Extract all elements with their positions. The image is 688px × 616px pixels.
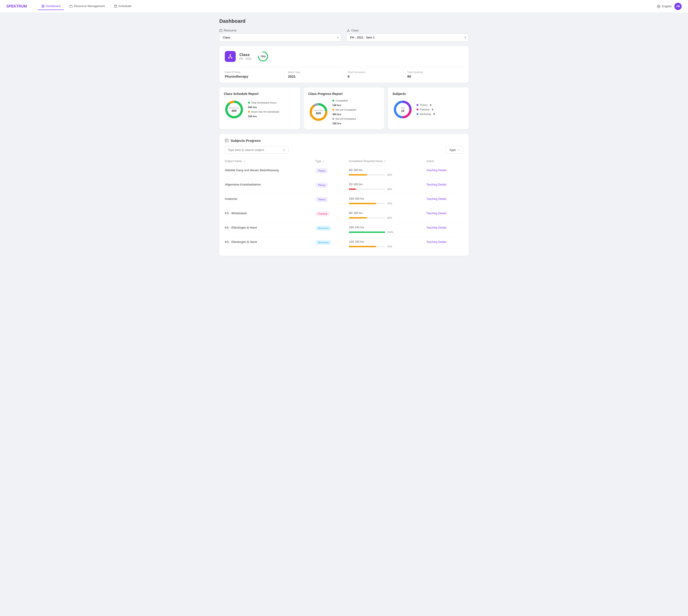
search-input[interactable] <box>228 148 281 152</box>
legend-hrs-val-not-scheduled: 100 hrs <box>248 115 257 118</box>
class-select[interactable]: PH - 2021 - Sem 1 PH - 2021 - Sem 2 <box>347 34 469 41</box>
table-row: Anatomie Theory 150/ 200 hrs 75% Teachin… <box>225 194 463 208</box>
cell-subject-name: KS - Wirbelsäule <box>225 208 313 223</box>
type-badge: Workshop <box>315 226 331 230</box>
legend-practical: Practical 4 <box>417 108 435 111</box>
class-title: Class <box>239 52 252 57</box>
language-selector[interactable]: English <box>657 4 672 8</box>
class-card: Class PH - 2021 75% Field Of Study Physi… <box>219 46 469 83</box>
type-filter-button[interactable]: Type <box>446 146 463 154</box>
legend-hrs-not-scheduled: 100 hrs <box>248 115 279 118</box>
cell-action: Teaching Details <box>423 180 463 194</box>
page-title: Dashboard <box>219 18 469 24</box>
cell-hours: 80/ 160 hrs 50% <box>346 208 423 223</box>
class-select-wrapper: PH - 2021 - Sem 1 PH - 2021 - Sem 2 ▾ <box>347 34 469 41</box>
cell-hours: 80/ 160 hrs 50% <box>346 165 423 180</box>
nav-links: Dashboard Resource Management Scheduler <box>38 2 657 10</box>
legend-dot-completed <box>332 100 334 102</box>
stat-batch-year: Batch Year 2021 <box>284 71 344 78</box>
schedule-donut-hours: 600 <box>232 109 237 112</box>
dashboard-icon <box>41 4 45 8</box>
svg-line-35 <box>284 151 285 151</box>
teaching-details-link[interactable]: Teaching Details <box>426 183 446 186</box>
subjects-progress-header: Subjects Progress <box>225 138 463 142</box>
resource-filter-group: Resource Class Teacher Room ▾ <box>219 29 341 41</box>
progress-bar <box>349 203 385 204</box>
teaching-details-link[interactable]: Teaching Details <box>426 169 446 172</box>
svg-point-34 <box>283 149 285 151</box>
search-box <box>225 146 289 154</box>
cell-action: Teaching Details <box>423 223 463 237</box>
resource-filter-icon <box>219 29 223 32</box>
nav-right: English JW <box>657 3 682 10</box>
progress-container: 20/ 160 hrs 20% <box>349 183 421 191</box>
schedule-donut-title: Total Hours <box>229 107 239 109</box>
language-icon <box>657 4 661 8</box>
nav-dashboard[interactable]: Dashboard <box>38 2 64 10</box>
legend-hrs-not-yet-completed: 400 hrs <box>332 113 341 116</box>
legend-hrs-not-scheduled-p: 100 hrs <box>332 122 341 125</box>
svg-rect-11 <box>220 30 222 31</box>
stat-total-students: Total Students 80 <box>404 71 463 78</box>
legend-dot-theory <box>417 104 418 106</box>
user-avatar[interactable]: JW <box>674 3 682 10</box>
stat-total-semesters: Total Semesters 6 <box>344 71 404 78</box>
subjects-donut-label: Total 16 <box>392 99 413 120</box>
class-filter-label: Class <box>347 29 469 32</box>
teaching-details-link[interactable]: Teaching Details <box>426 240 446 244</box>
legend-dot-scheduled <box>248 102 250 104</box>
legend-dot-not-scheduled-p <box>332 118 334 120</box>
cell-subject-name: Anatomie <box>225 194 313 208</box>
app-logo: SPEKTRUM <box>6 4 27 8</box>
resource-select[interactable]: Class Teacher Room <box>219 34 341 41</box>
progress-pct: 20% <box>387 188 392 191</box>
subjects-chart-title: Subjects <box>392 92 464 95</box>
progress-fill <box>349 217 367 219</box>
progress-bar <box>349 189 385 190</box>
nav-resource-management[interactable]: Resource Management <box>66 2 108 10</box>
cell-hours: 240/ 240 hrs 100% <box>346 223 423 237</box>
table-header-row: Subject Name ⇅ Type ⇅ Completed/ Require… <box>225 157 463 165</box>
legend-dot-not-yet-completed <box>332 109 334 111</box>
legend-not-yet-completed: Not yet Completed <box>332 108 356 111</box>
progress-report-inner: Total Hours 600 Completed 140 hrs Not ye… <box>308 99 380 125</box>
svg-rect-3 <box>43 6 44 7</box>
col-subject-name: Subject Name ⇅ <box>225 157 313 165</box>
teaching-details-link[interactable]: Teaching Details <box>426 226 446 229</box>
legend-item-not-scheduled: Hours Not Yet Scheduled <box>248 110 279 113</box>
subjects-donut-title: Total <box>400 107 405 109</box>
table-row: KS - Ellenbogen & Hand Workshop 120/ 160… <box>225 237 463 251</box>
teaching-details-link[interactable]: Teaching Details <box>426 212 446 215</box>
schedule-donut-label: Total Hours 600 <box>224 99 244 120</box>
type-filter-chevron <box>457 149 460 151</box>
legend-workshop: Workshop 8 <box>417 113 435 115</box>
legend-count-practical: 4 <box>432 108 433 111</box>
progress-legend: Completed 140 hrs Not yet Completed 400 … <box>332 99 356 125</box>
col-action: Action <box>423 157 463 165</box>
legend-label-workshop: Workshop <box>420 113 431 115</box>
class-filter-group: Class PH - 2021 - Sem 1 PH - 2021 - Sem … <box>347 29 469 41</box>
cell-hours: 150/ 200 hrs 75% <box>346 194 423 208</box>
schedule-legend: Total Scheduled Hours 540 hrs Hours Not … <box>248 101 279 118</box>
progress-hrs: 120/ 160 hrs <box>349 240 421 243</box>
search-icon <box>282 149 285 152</box>
progress-pct: 75% <box>387 245 392 248</box>
schedule-report-inner: Total Hours 600 Total Scheduled Hours 54… <box>224 99 296 120</box>
schedule-report-card: Class Schedule Report Total Hours 600 <box>219 87 300 129</box>
type-badge: Theory <box>315 183 328 188</box>
progress-hrs: 240/ 240 hrs <box>349 226 421 229</box>
cell-action: Teaching Details <box>423 194 463 208</box>
subjects-donut: Total 16 <box>392 99 413 120</box>
info-icon-hours: ℹ <box>385 160 385 162</box>
progress-pct: 75% <box>387 202 392 205</box>
nav-scheduler[interactable]: Scheduler <box>110 2 136 10</box>
cell-subject-name: KS - Ellenbogen & Hand <box>225 237 313 251</box>
teaching-details-link[interactable]: Teaching Details <box>426 197 446 201</box>
progress-fill <box>349 189 356 190</box>
legend-hrs-val-scheduled: 540 hrs <box>248 106 257 109</box>
table-row: Allgemeine Krankheitslehre Theory 20/ 16… <box>225 180 463 194</box>
subjects-progress-card: Subjects Progress Type Subject Name ⇅ <box>219 134 469 256</box>
progress-pct: 50% <box>387 174 392 176</box>
schedule-report-title: Class Schedule Report <box>224 92 296 95</box>
main-content: Dashboard Resource Class Teacher Room ▾ … <box>212 13 476 261</box>
